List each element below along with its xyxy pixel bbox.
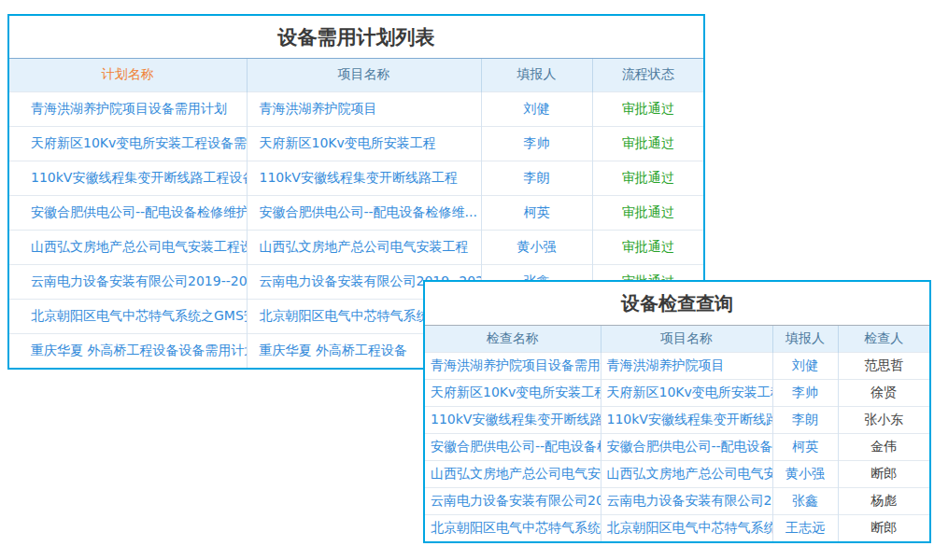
- reporter-cell[interactable]: 李朗: [481, 161, 592, 195]
- project-name-cell[interactable]: 青海洪湖养护院项目: [247, 91, 481, 126]
- project-name-cell[interactable]: 云南电力设备安装有限公司2019--20: [601, 487, 772, 514]
- plan-name-cell[interactable]: 天府新区10Kv变电所安装工程设备需用...: [9, 126, 247, 161]
- table-row: 110kV安徽线程集变开断线路工程设备...110kV安徽线程集变开断线路工程李…: [9, 161, 703, 195]
- inspection-name-cell[interactable]: 青海洪湖养护院项目设备需用计划: [425, 352, 601, 379]
- project-name-cell[interactable]: 青海洪湖养护院项目: [601, 352, 772, 379]
- reporter-cell[interactable]: 黄小强: [772, 460, 838, 487]
- project-name-cell[interactable]: 山西弘文房地产总公司电气安装工程: [247, 230, 481, 264]
- inspector-cell: 范思哲: [838, 352, 929, 379]
- project-name-cell[interactable]: 110kV安徽线程集变开断线路工程: [247, 161, 481, 195]
- inspector-cell: 徐贤: [838, 379, 929, 406]
- table-row: 青海洪湖养护院项目设备需用计划青海洪湖养护院项目刘健审批通过: [9, 91, 703, 126]
- plan-name-cell[interactable]: 110kV安徽线程集变开断线路工程设备...: [9, 161, 247, 195]
- inspector-cell: 张小东: [838, 406, 929, 433]
- plan-name-cell[interactable]: 安徽合肥供电公司--配电设备检修维护...: [9, 195, 247, 230]
- inspection-table-header: 检查名称项目名称填报人检查人: [425, 326, 929, 352]
- table-row: 天府新区10Kv变电所安装工程设备需用计划天府新区10Kv变电所安装工程李帅徐贤: [425, 379, 929, 406]
- plan-name-cell[interactable]: 云南电力设备安装有限公司2019--2020...: [9, 264, 247, 299]
- table-row: 云南电力设备安装有限公司2019--2020云南电力设备安装有限公司2019--…: [425, 487, 929, 514]
- table-row: 天府新区10Kv变电所安装工程设备需用...天府新区10Kv变电所安装工程李帅审…: [9, 126, 703, 161]
- table-row: 安徽合肥供电公司--配电设备检修维护工程安徽合肥供电公司--配电设备检修维护柯英…: [425, 433, 929, 460]
- plan-table-header: 计划名称项目名称填报人流程状态: [9, 59, 703, 91]
- table-row: 安徽合肥供电公司--配电设备检修维护...安徽合肥供电公司--配电设备检修维..…: [9, 195, 703, 230]
- status-cell: 审批通过: [592, 91, 703, 126]
- project-name-cell[interactable]: 北京朝阳区电气中芯特气系统之GMS: [601, 514, 772, 541]
- plan-name-cell[interactable]: 青海洪湖养护院项目设备需用计划: [9, 91, 247, 126]
- reporter-cell[interactable]: 李朗: [772, 406, 838, 433]
- table-row: 山西弘文房地产总公司电气安装工程设...山西弘文房地产总公司电气安装工程黄小强审…: [9, 230, 703, 264]
- status-cell: 审批通过: [592, 126, 703, 161]
- project-name-cell[interactable]: 山西弘文房地产总公司电气安装工程设: [601, 460, 772, 487]
- reporter-cell[interactable]: 李帅: [772, 379, 838, 406]
- plan-list-title: 设备需用计划列表: [9, 16, 703, 59]
- inspection-table-body: 青海洪湖养护院项目设备需用计划青海洪湖养护院项目刘健范思哲天府新区10Kv变电所…: [425, 352, 929, 541]
- project-name-cell[interactable]: 安徽合肥供电公司--配电设备检修维护: [601, 433, 772, 460]
- reporter-cell[interactable]: 李帅: [481, 126, 592, 161]
- column-header: 流程状态: [592, 59, 703, 91]
- reporter-cell[interactable]: 柯英: [481, 195, 592, 230]
- column-header[interactable]: 计划名称: [9, 59, 247, 91]
- table-row: 110kV安徽线程集变开断线路工程设备需用110kV安徽线程集变开断线路工程设李…: [425, 406, 929, 433]
- status-cell: 审批通过: [592, 161, 703, 195]
- reporter-cell[interactable]: 刘健: [772, 352, 838, 379]
- plan-name-cell[interactable]: 重庆华夏 外高桥工程设备设备需用计划: [9, 333, 247, 368]
- inspection-query-window: 设备检查查询 检查名称项目名称填报人检查人 青海洪湖养护院项目设备需用计划青海洪…: [423, 280, 931, 543]
- column-header: 填报人: [772, 326, 838, 352]
- reporter-cell[interactable]: 刘健: [481, 91, 592, 126]
- column-header: 项目名称: [601, 326, 772, 352]
- inspection-name-cell[interactable]: 云南电力设备安装有限公司2019--2020: [425, 487, 601, 514]
- inspector-cell: 杨彪: [838, 487, 929, 514]
- inspection-name-cell[interactable]: 安徽合肥供电公司--配电设备检修维护工程: [425, 433, 601, 460]
- status-cell: 审批通过: [592, 195, 703, 230]
- project-name-cell[interactable]: 天府新区10Kv变电所安装工程: [247, 126, 481, 161]
- project-name-cell[interactable]: 110kV安徽线程集变开断线路工程设: [601, 406, 772, 433]
- inspection-name-cell[interactable]: 北京朝阳区电气中芯特气系统之GMS安: [425, 514, 601, 541]
- inspection-name-cell[interactable]: 110kV安徽线程集变开断线路工程设备需用: [425, 406, 601, 433]
- inspection-query-title: 设备检查查询: [425, 282, 929, 326]
- plan-name-cell[interactable]: 山西弘文房地产总公司电气安装工程设...: [9, 230, 247, 264]
- inspection-name-cell[interactable]: 山西弘文房地产总公司电气安装工程设备需: [425, 460, 601, 487]
- inspection-name-cell[interactable]: 天府新区10Kv变电所安装工程设备需用计划: [425, 379, 601, 406]
- column-header: 检查人: [838, 326, 929, 352]
- inspector-cell: 断郎: [838, 460, 929, 487]
- reporter-cell[interactable]: 柯英: [772, 433, 838, 460]
- plan-name-cell[interactable]: 北京朝阳区电气中芯特气系统之GMS安...: [9, 299, 247, 333]
- table-row: 青海洪湖养护院项目设备需用计划青海洪湖养护院项目刘健范思哲: [425, 352, 929, 379]
- column-header: 填报人: [481, 59, 592, 91]
- column-header: 检查名称: [425, 326, 601, 352]
- table-row: 山西弘文房地产总公司电气安装工程设备需山西弘文房地产总公司电气安装工程设黄小强断…: [425, 460, 929, 487]
- inspection-table: 检查名称项目名称填报人检查人 青海洪湖养护院项目设备需用计划青海洪湖养护院项目刘…: [425, 326, 929, 541]
- project-name-cell[interactable]: 天府新区10Kv变电所安装工程: [601, 379, 772, 406]
- inspector-cell: 金伟: [838, 433, 929, 460]
- table-row: 北京朝阳区电气中芯特气系统之GMS安北京朝阳区电气中芯特气系统之GMS王志远断郎: [425, 514, 929, 541]
- reporter-cell[interactable]: 张鑫: [772, 487, 838, 514]
- column-header: 项目名称: [247, 59, 481, 91]
- reporter-cell[interactable]: 黄小强: [481, 230, 592, 264]
- inspector-cell: 断郎: [838, 514, 929, 541]
- reporter-cell[interactable]: 王志远: [772, 514, 838, 541]
- status-cell: 审批通过: [592, 230, 703, 264]
- project-name-cell[interactable]: 安徽合肥供电公司--配电设备检修维...: [247, 195, 481, 230]
